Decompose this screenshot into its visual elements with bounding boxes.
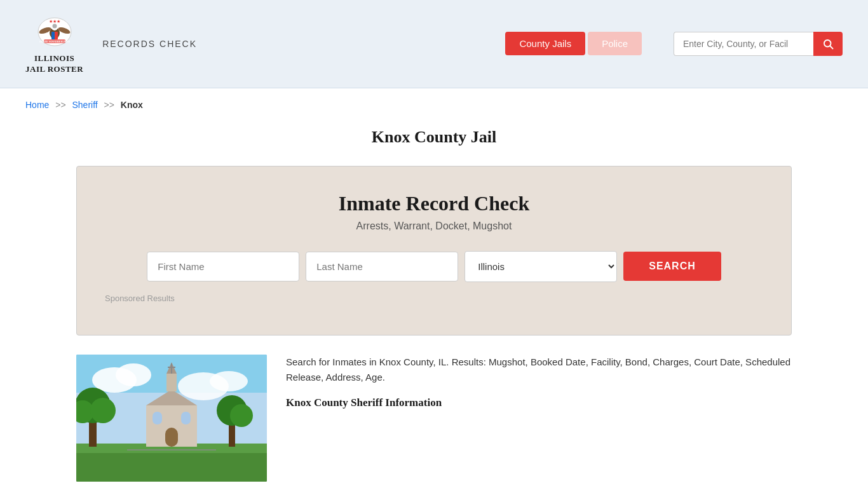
content-text-area: Search for Inmates in Knox County, IL. R… [286,355,792,411]
header-search-area [674,32,843,56]
location-image-svg [76,355,267,482]
sponsored-label: Sponsored Results [102,294,766,303]
content-area: Search for Inmates in Knox County, IL. R… [76,355,792,482]
svg-rect-7 [51,32,55,39]
logo-text: ILLINOIS JAIL ROSTER [25,53,83,75]
main-nav: County Jails Police [505,32,642,55]
svg-text:★★★: ★★★ [49,19,60,24]
breadcrumb-sep2: >> [104,100,114,110]
svg-point-5 [52,24,57,29]
logo-icon: ★★★ STATE SOVEREIGNTY [36,13,74,51]
site-logo[interactable]: ★★★ STATE SOVEREIGNTY ILLINOIS JAIL ROST… [25,13,83,75]
svg-point-16 [116,363,151,386]
breadcrumb-current: Knox [121,100,143,110]
police-button[interactable]: Police [588,32,642,55]
inmate-box-title: Inmate Record Check [102,192,766,215]
site-header: ★★★ STATE SOVEREIGNTY ILLINOIS JAIL ROST… [0,0,868,88]
content-section-title: Knox County Sheriff Information [286,394,792,411]
svg-point-36 [230,404,253,427]
inmate-search-button[interactable]: SEARCH [623,252,721,281]
breadcrumb-home[interactable]: Home [25,100,49,110]
svg-rect-20 [76,453,267,482]
svg-rect-33 [181,412,191,424]
inmate-search-form: AlabamaAlaskaArizonaArkansasCaliforniaCo… [102,251,766,282]
svg-rect-32 [153,412,162,424]
breadcrumb: Home >> Sheriff >> Knox [0,88,868,121]
svg-rect-27 [166,374,177,391]
page-title: Knox County Jail [0,128,868,147]
inmate-record-check-box: Inmate Record Check Arrests, Warrant, Do… [76,166,792,336]
first-name-input[interactable] [147,252,299,281]
breadcrumb-sep1: >> [55,100,65,110]
header-search-button[interactable] [813,32,843,56]
svg-point-18 [210,371,248,391]
header-search-input[interactable] [674,32,813,56]
state-select[interactable]: AlabamaAlaskaArizonaArkansasCaliforniaCo… [465,251,617,282]
content-description: Search for Inmates in Knox County, IL. R… [286,355,792,385]
inmate-box-subtitle: Arrests, Warrant, Docket, Mugshot [102,220,766,232]
svg-line-12 [830,46,832,48]
county-jails-button[interactable]: County Jails [505,32,585,55]
search-icon [822,38,834,50]
svg-point-24 [90,398,116,423]
svg-rect-31 [165,428,178,447]
content-image [76,355,267,482]
svg-text:STATE SOVEREIGNTY: STATE SOVEREIGNTY [39,40,70,43]
last-name-input[interactable] [306,252,458,281]
breadcrumb-sheriff[interactable]: Sheriff [72,100,98,110]
records-check-label: RECORDS CHECK [102,39,197,49]
